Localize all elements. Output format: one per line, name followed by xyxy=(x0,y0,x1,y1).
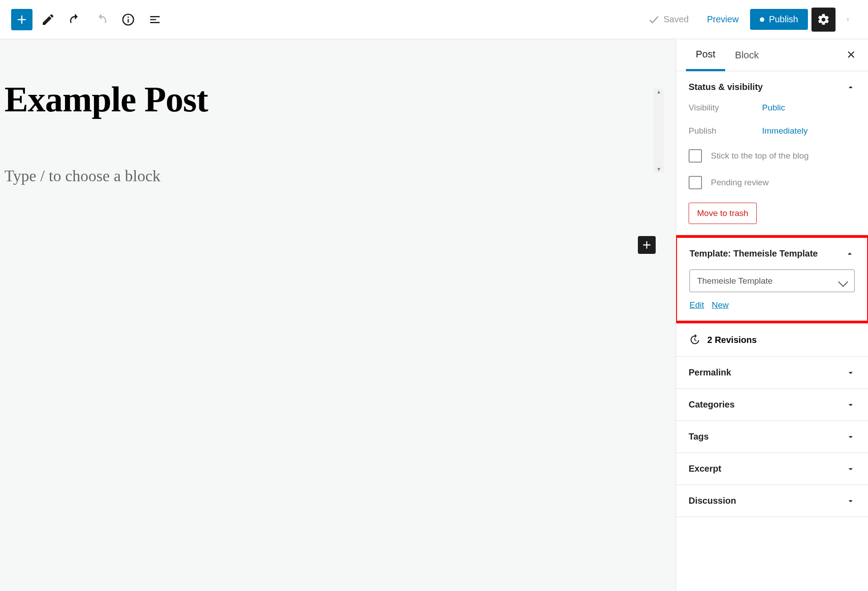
toolbar-right-group: Saved Preview Publish xyxy=(648,8,857,32)
outline-button[interactable] xyxy=(144,8,166,31)
panel-permalink: Permalink xyxy=(676,357,868,389)
template-select[interactable]: Themeisle Template xyxy=(690,269,855,292)
block-placeholder-row: Type / to choose a block xyxy=(0,167,676,185)
chevron-down-icon xyxy=(846,400,856,410)
undo-button[interactable] xyxy=(64,8,86,31)
panel-header-permalink[interactable]: Permalink xyxy=(676,357,868,388)
pending-label: Pending review xyxy=(711,178,769,187)
panel-discussion: Discussion xyxy=(676,485,868,517)
panel-title: Permalink xyxy=(689,367,731,378)
panel-status-visibility: Status & visibility Visibility Public Pu… xyxy=(676,71,868,235)
visibility-row: Visibility Public xyxy=(689,103,856,113)
info-icon xyxy=(121,12,135,27)
add-block-button[interactable] xyxy=(11,9,32,30)
sidebar-tab-row: Post Block xyxy=(676,39,868,71)
publish-schedule-row: Publish Immediately xyxy=(689,126,856,136)
panel-excerpt: Excerpt xyxy=(676,453,868,485)
edit-mode-button[interactable] xyxy=(37,8,59,31)
block-placeholder-text[interactable]: Type / to choose a block xyxy=(4,167,160,185)
outline-icon xyxy=(148,12,162,27)
panel-header-categories[interactable]: Categories xyxy=(676,389,868,420)
scroll-up-arrow[interactable]: ▲ xyxy=(656,88,661,95)
panel-title: Categories xyxy=(689,399,734,410)
svg-point-1 xyxy=(848,19,848,20)
plus-icon xyxy=(641,239,653,251)
post-title-input[interactable]: Example Post xyxy=(4,79,676,120)
saved-label: Saved xyxy=(664,14,689,24)
checkmark-icon xyxy=(648,13,660,26)
panel-template: Template: Themeisle Template Themeisle T… xyxy=(676,235,868,323)
panel-categories: Categories xyxy=(676,389,868,421)
visibility-value[interactable]: Public xyxy=(762,103,785,113)
revisions-label: 2 Revisions xyxy=(707,335,757,345)
panel-header-discussion[interactable]: Discussion xyxy=(676,485,868,517)
template-links: Edit New xyxy=(690,300,855,310)
toolbar-left-group xyxy=(11,8,166,31)
close-sidebar-button[interactable] xyxy=(845,49,857,61)
vertical-dots-icon xyxy=(846,13,850,26)
editor-canvas[interactable]: Example Post Type / to choose a block ▲ … xyxy=(0,39,676,591)
pending-checkbox[interactable] xyxy=(689,176,702,189)
publish-schedule-label: Publish xyxy=(689,126,762,136)
main-area: Example Post Type / to choose a block ▲ … xyxy=(0,39,868,591)
redo-icon xyxy=(94,12,109,27)
panel-body-template: Themeisle Template Edit New xyxy=(677,269,867,321)
info-button[interactable] xyxy=(117,8,139,31)
plus-icon xyxy=(15,12,29,27)
panel-title: Excerpt xyxy=(689,464,721,474)
chevron-up-icon xyxy=(845,249,855,259)
chevron-up-icon xyxy=(846,82,856,92)
panel-title: Tags xyxy=(689,432,709,442)
publish-label: Publish xyxy=(769,14,798,24)
svg-point-0 xyxy=(848,18,848,19)
revisions-row[interactable]: 2 Revisions xyxy=(676,323,868,357)
stick-checkbox[interactable] xyxy=(689,149,702,163)
svg-point-2 xyxy=(848,20,848,20)
chevron-down-icon xyxy=(846,368,856,378)
chevron-down-icon xyxy=(846,464,856,474)
editor-top-toolbar: Saved Preview Publish xyxy=(0,0,868,39)
preview-button[interactable]: Preview xyxy=(699,10,746,29)
pencil-icon xyxy=(41,12,55,27)
undo-icon xyxy=(68,12,82,27)
template-select-wrap: Themeisle Template xyxy=(690,269,855,300)
scroll-down-arrow[interactable]: ▼ xyxy=(656,166,661,173)
panel-header-template[interactable]: Template: Themeisle Template xyxy=(677,238,867,269)
panel-title: Status & visibility xyxy=(689,82,763,92)
panel-header-excerpt[interactable]: Excerpt xyxy=(676,453,868,485)
gear-icon xyxy=(817,13,830,26)
stick-to-top-row: Stick to the top of the blog xyxy=(689,149,856,163)
move-to-trash-button[interactable]: Move to trash xyxy=(689,203,757,224)
template-edit-link[interactable]: Edit xyxy=(690,300,704,310)
inline-add-block-button[interactable] xyxy=(638,236,656,254)
stick-label: Stick to the top of the blog xyxy=(711,151,809,161)
saved-indicator: Saved xyxy=(648,13,689,26)
publish-schedule-value[interactable]: Immediately xyxy=(762,126,807,136)
panel-header-tags[interactable]: Tags xyxy=(676,421,868,452)
chevron-down-icon xyxy=(846,496,856,506)
publish-button[interactable]: Publish xyxy=(750,9,808,30)
pending-review-row: Pending review xyxy=(689,176,856,189)
settings-sidebar: Post Block Status & visibility Visibilit… xyxy=(676,39,868,591)
more-options-button[interactable] xyxy=(839,8,857,32)
panel-header-status[interactable]: Status & visibility xyxy=(676,71,868,103)
visibility-label: Visibility xyxy=(689,103,762,113)
template-new-link[interactable]: New xyxy=(712,300,729,310)
panel-body-status: Visibility Public Publish Immediately St… xyxy=(676,103,868,235)
panel-title: Discussion xyxy=(689,496,736,506)
close-icon xyxy=(845,49,857,60)
redo-button[interactable] xyxy=(90,8,113,31)
tab-block[interactable]: Block xyxy=(725,39,769,71)
tab-post[interactable]: Post xyxy=(686,40,725,71)
panel-title: Template: Themeisle Template xyxy=(690,249,818,259)
settings-button[interactable] xyxy=(811,8,836,32)
panel-tags: Tags xyxy=(676,421,868,453)
chevron-down-icon xyxy=(846,432,856,442)
history-icon xyxy=(689,334,700,346)
editor-scrollbar[interactable]: ▲ ▼ xyxy=(654,88,664,173)
